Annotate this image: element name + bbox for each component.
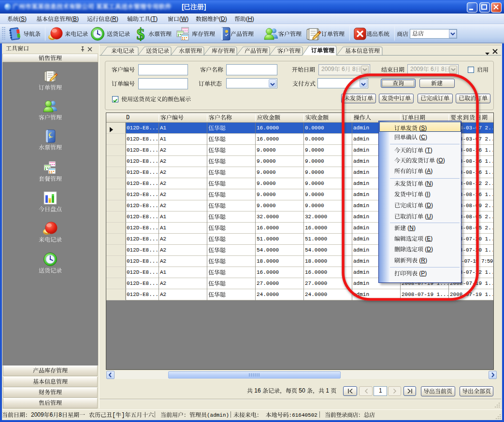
- svg-text:012D-E8...: 012D-E8...: [127, 169, 158, 175]
- svg-text:18.0000: 18.0000: [305, 258, 327, 264]
- svg-text:16.0000: 16.0000: [305, 269, 327, 275]
- svg-text:012D-E8...: 012D-E8...: [127, 203, 158, 209]
- svg-text:(H): (H): [246, 16, 254, 22]
- svg-text:(admin): (admin): [207, 412, 229, 418]
- svg-text:0.0000: 0.0000: [305, 136, 324, 142]
- svg-text::61640502: :61640502: [289, 412, 317, 418]
- svg-text:9.0000: 9.0000: [305, 192, 324, 197]
- svg-text:]: ]: [204, 3, 206, 11]
- svg-text:18.0000: 18.0000: [257, 258, 279, 264]
- svg-text:[: [: [112, 412, 115, 418]
- svg-text:16.0000: 16.0000: [257, 225, 279, 231]
- svg-text:A2: A2: [160, 203, 166, 209]
- svg-text:A1: A1: [160, 214, 167, 220]
- svg-text:012D-E8...: 012D-E8...: [127, 247, 158, 253]
- svg-text:6: 6: [50, 412, 53, 418]
- svg-text:A2: A2: [160, 247, 166, 253]
- svg-text:A1: A1: [160, 269, 167, 275]
- svg-text:A2: A2: [160, 258, 166, 264]
- svg-text:A2: A2: [160, 192, 166, 197]
- svg-text:24.0000: 24.0000: [257, 292, 279, 297]
- svg-text:9.0000: 9.0000: [305, 203, 324, 209]
- svg-text:A2: A2: [160, 181, 166, 186]
- svg-text:9.0000: 9.0000: [257, 192, 276, 197]
- svg-text:(D): (D): [219, 16, 227, 22]
- svg-text:A2: A2: [160, 281, 166, 286]
- svg-text:9.0000: 9.0000: [257, 169, 276, 175]
- svg-text:A1: A1: [160, 225, 167, 231]
- svg-text:(W): (W): [179, 16, 188, 22]
- svg-text:9.0000: 9.0000: [305, 158, 324, 164]
- svg-text:9.0000: 9.0000: [257, 147, 276, 153]
- svg-text:A2: A2: [160, 147, 166, 153]
- svg-text:9.0000: 9.0000: [257, 158, 276, 164]
- svg-text:50: 50: [297, 388, 307, 394]
- svg-text:16.0000: 16.0000: [305, 225, 327, 231]
- svg-text:A1: A1: [160, 125, 167, 131]
- svg-text:$: $: [137, 26, 145, 42]
- svg-text:012D-E8...: 012D-E8...: [127, 236, 158, 242]
- svg-text:54.0000: 54.0000: [305, 247, 327, 253]
- svg-text:012D-E8...: 012D-E8...: [127, 281, 158, 286]
- svg-text:A2: A2: [160, 169, 166, 175]
- svg-text:(T): (T): [150, 16, 158, 22]
- svg-text:8: 8: [58, 412, 62, 418]
- svg-text:54.0000: 54.0000: [257, 247, 279, 253]
- svg-text:012D-E8...: 012D-E8...: [127, 292, 158, 297]
- svg-text:16: 16: [253, 388, 262, 394]
- svg-text:9.0000: 9.0000: [257, 203, 276, 209]
- svg-text:16.0000: 16.0000: [257, 269, 279, 275]
- svg-text:[: [: [182, 3, 184, 11]
- svg-text:(S): (S): [19, 16, 27, 22]
- svg-text:9.0000: 9.0000: [305, 147, 324, 153]
- svg-text:012D-E8...: 012D-E8...: [127, 158, 158, 164]
- svg-text:A2: A2: [160, 236, 166, 242]
- svg-text:(R): (R): [110, 16, 118, 22]
- svg-text:A2: A2: [160, 158, 166, 164]
- svg-text:32.0000: 32.0000: [305, 214, 327, 220]
- svg-text:9.0000: 9.0000: [305, 169, 324, 175]
- svg-text:0.0000: 0.0000: [305, 125, 324, 131]
- svg-text:012D-E8...: 012D-E8...: [127, 214, 158, 220]
- svg-text:24.0000: 24.0000: [305, 292, 327, 297]
- svg-text:27.0000: 27.0000: [257, 281, 279, 286]
- svg-text:012D-E8...: 012D-E8...: [127, 125, 158, 131]
- svg-text:(B): (B): [71, 16, 79, 22]
- svg-text:012D-E8...: 012D-E8...: [127, 181, 158, 186]
- svg-text:012D-E8...: 012D-E8...: [127, 269, 158, 275]
- svg-text:]: ]: [121, 412, 125, 418]
- svg-text:012D-E8...: 012D-E8...: [127, 136, 158, 142]
- svg-text:D: D: [126, 114, 130, 121]
- svg-text:9.0000: 9.0000: [305, 181, 324, 186]
- svg-text:A2: A2: [160, 292, 166, 297]
- svg-text:9.0000: 9.0000: [257, 181, 276, 186]
- svg-text:51.0000: 51.0000: [305, 236, 327, 242]
- svg-text:1: 1: [324, 388, 331, 394]
- svg-text:A1: A1: [160, 136, 167, 142]
- svg-text:32.0000: 32.0000: [257, 214, 279, 220]
- svg-text:012D-E8...: 012D-E8...: [127, 147, 158, 153]
- svg-text:16.0000: 16.0000: [257, 125, 279, 131]
- svg-text:27.0000: 27.0000: [305, 281, 327, 286]
- svg-text:012D-E8...: 012D-E8...: [127, 258, 158, 264]
- svg-text:51.0000: 51.0000: [257, 236, 279, 242]
- svg-text:2009: 2009: [31, 412, 44, 418]
- svg-text:012D-E8...: 012D-E8...: [127, 192, 158, 197]
- svg-text:16.0000: 16.0000: [257, 136, 279, 142]
- svg-text:012D-E8...: 012D-E8...: [127, 225, 158, 231]
- svg-text:1: 1: [379, 388, 382, 394]
